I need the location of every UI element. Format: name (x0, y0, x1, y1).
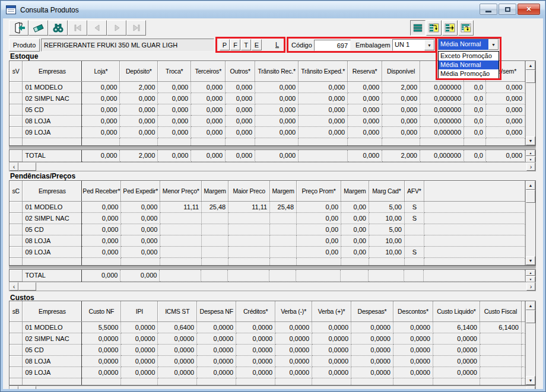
company-cell[interactable]: 01 MODELO (23, 201, 82, 212)
grid-cell[interactable]: 0,000 (121, 201, 160, 212)
grid-cell[interactable] (424, 246, 525, 257)
grid-cell[interactable]: 0,00 (341, 235, 369, 246)
grid-cell[interactable]: 0,0000 (121, 321, 158, 333)
spin-up-icon[interactable]: ▲ (526, 150, 535, 156)
view-detail-bottom-button[interactable] (458, 20, 474, 36)
grid-cell[interactable] (404, 224, 424, 235)
grid-cell[interactable]: 0,0000 (312, 321, 351, 333)
row-selector[interactable] (9, 270, 23, 281)
table-row[interactable]: 05 CD0,0000,0000,0000,0000,0000,0000,000… (9, 104, 525, 115)
grid-cell[interactable]: 0,0000 (275, 321, 312, 333)
grid-cell[interactable]: 0,000 (82, 150, 120, 161)
grid-cell[interactable]: 0,000 (299, 104, 348, 115)
grid-cell[interactable] (424, 235, 525, 246)
grid-cell[interactable]: 0,000 (382, 115, 420, 126)
grid-cell[interactable]: 0,000 (299, 93, 348, 104)
grid-cell[interactable]: 10,00 (369, 235, 404, 246)
grid-cell[interactable]: 0,0000 (121, 333, 158, 344)
grid-cell[interactable]: 0,000000 (420, 104, 464, 115)
grid-cell[interactable]: 0,00 (341, 212, 369, 224)
grid-cell[interactable] (269, 270, 296, 281)
grid-cell[interactable]: 0,000 (485, 104, 525, 115)
grid-cell[interactable]: 6,1400 (480, 321, 521, 333)
grid-cell[interactable]: 0,000 (82, 235, 121, 246)
grid-cell[interactable]: S (404, 246, 424, 257)
grid-cell[interactable] (424, 270, 525, 281)
grid-cell[interactable] (201, 270, 228, 281)
scrollbar-thumb[interactable] (18, 386, 36, 389)
table-row[interactable]: 01 MODELO0,0000,00011,1125,4811,1125,480… (9, 201, 525, 212)
grid-cell[interactable]: 0,000 (120, 93, 158, 104)
company-cell[interactable]: 09 LOJA (23, 366, 82, 378)
grid-cell[interactable] (202, 246, 228, 257)
company-cell[interactable]: 05 CD (23, 104, 82, 115)
grid-cell[interactable]: 0,0 (464, 115, 486, 126)
nav-previous-button[interactable] (87, 20, 107, 36)
flag-f-button[interactable]: F (230, 39, 240, 50)
table-row[interactable]: 01 MODELO0,0002,0000,0000,0000,0000,0000… (9, 81, 525, 93)
company-cell[interactable]: 02 SIMPL NAC (23, 212, 82, 224)
grid-cell[interactable]: 0,0000 (275, 344, 312, 355)
flag-t-button[interactable]: T (241, 39, 251, 50)
table-row[interactable]: 09 LOJA0,0000,0000,000,0010,00S (9, 246, 525, 257)
grid-cell[interactable]: 0,0000 (121, 344, 158, 355)
dropdown-option-exceto-promocao[interactable]: Exceto Promoção (439, 52, 499, 60)
grid-cell[interactable]: 0,000 (158, 104, 191, 115)
grid-cell[interactable]: 0,0000 (275, 333, 312, 344)
row-selector[interactable] (9, 344, 23, 355)
grid-cell[interactable]: 0,0000 (351, 333, 393, 344)
grid-cell[interactable]: 2,000 (382, 150, 420, 161)
grid-cell[interactable]: S (404, 201, 424, 212)
grid-cell[interactable]: 0,000 (191, 104, 226, 115)
codigo-field[interactable] (314, 40, 351, 51)
product-name-field[interactable] (41, 39, 214, 52)
search-button[interactable] (48, 20, 68, 36)
grid-cell[interactable]: 0,000 (255, 150, 299, 161)
grid-cell[interactable]: 0,00 (297, 235, 341, 246)
scrollbar-thumb[interactable] (18, 162, 36, 171)
produto-button[interactable]: Produto (9, 39, 40, 52)
grid-cell[interactable]: 0,000 (348, 81, 382, 93)
grid-cell[interactable]: 0,000 (121, 246, 160, 257)
company-cell[interactable]: 02 SIMPL NAC (23, 333, 82, 344)
grid-cell[interactable]: 0,0 (464, 104, 486, 115)
grid-cell[interactable]: 0,00 (297, 224, 341, 235)
spin-up-icon[interactable]: ▲ (526, 270, 535, 276)
grid-cell[interactable]: 0,000 (82, 126, 120, 138)
scroll-left-icon[interactable]: ‹ (9, 386, 18, 389)
maximize-button[interactable] (499, 4, 516, 15)
grid-cell[interactable]: 0,0000 (351, 355, 393, 366)
grid-cell[interactable]: 0,000 (158, 126, 191, 138)
company-cell[interactable]: 05 CD (23, 224, 82, 235)
grid-cell[interactable]: 11,11 (160, 201, 202, 212)
table-row[interactable]: 05 CD0,0000,0000,000,005,00 (9, 224, 525, 235)
grid-cell[interactable]: 0,000 (121, 235, 160, 246)
company-cell[interactable]: 01 MODELO (23, 321, 82, 333)
grid-cell[interactable]: 0,000 (348, 115, 382, 126)
pendencias-horizontal-scrollbar[interactable]: ‹ › (9, 282, 536, 291)
grid-cell[interactable] (480, 344, 521, 355)
grid-cell[interactable]: 0,000 (82, 270, 120, 281)
grid-cell[interactable]: 6,1400 (433, 321, 480, 333)
embalagem-combobox[interactable]: UN 1 ▼ (392, 39, 435, 51)
grid-cell[interactable]: 0,000 (120, 270, 160, 281)
row-selector[interactable] (9, 355, 23, 366)
grid-cell[interactable]: 0,00 (297, 246, 341, 257)
grid-cell[interactable]: 0,0000 (236, 333, 275, 344)
scroll-up-icon[interactable]: ▲ (526, 181, 535, 190)
table-row[interactable]: 09 LOJA0,00000,00000,00000,00000,00000,0… (9, 366, 525, 378)
grid-cell[interactable]: 0,000 (382, 104, 420, 115)
row-selector[interactable] (9, 201, 23, 212)
grid-cell[interactable]: 0,0000 (158, 344, 197, 355)
grid-cell[interactable]: 0,0000 (197, 321, 236, 333)
grid-cell[interactable] (228, 270, 269, 281)
grid-cell[interactable]: 0,0000 (158, 366, 197, 378)
grid-cell[interactable]: 0,000000 (420, 81, 464, 93)
grid-cell[interactable] (270, 235, 297, 246)
grid-cell[interactable]: 25,48 (202, 201, 228, 212)
grid-cell[interactable]: 0,000 (485, 93, 525, 104)
grid-cell[interactable]: 0,000000 (420, 115, 464, 126)
chevron-down-icon[interactable]: ▼ (488, 39, 499, 50)
company-cell[interactable]: 09 LOJA (23, 246, 82, 257)
grid-cell[interactable]: 2,000 (120, 150, 158, 161)
